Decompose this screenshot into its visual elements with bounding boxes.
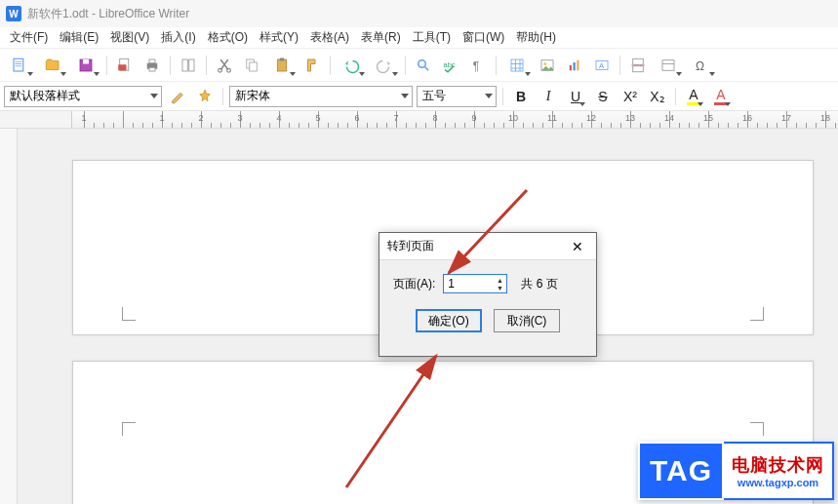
watermark-cn-text: 电脑技术网 xyxy=(732,453,824,477)
formatting-toolbar: 默认段落样式 新宋体 五号 B I U S X² X₂ A A xyxy=(0,82,838,111)
ruler-number: 9 xyxy=(471,113,476,123)
font-size-value: 五号 xyxy=(422,88,446,104)
ruler-number: 13 xyxy=(625,113,635,123)
menu-tools[interactable]: 工具(T) xyxy=(407,27,457,48)
spellcheck-button[interactable]: abc xyxy=(438,53,463,78)
chevron-down-icon xyxy=(485,94,493,98)
standard-toolbar: abc ¶ A Ω xyxy=(0,49,838,82)
insert-special-char-button[interactable]: Ω xyxy=(686,53,717,78)
save-button[interactable] xyxy=(70,53,101,78)
ruler-number: 10 xyxy=(508,113,518,123)
menu-window[interactable]: 窗口(W) xyxy=(457,27,510,48)
print-button[interactable] xyxy=(140,53,165,78)
italic-button[interactable]: I xyxy=(537,85,560,108)
find-replace-button[interactable] xyxy=(411,53,436,78)
ruler-number: 7 xyxy=(393,113,398,123)
paste-button[interactable] xyxy=(266,53,298,78)
menu-styles[interactable]: 样式(Y) xyxy=(254,27,304,48)
new-document-button[interactable] xyxy=(4,53,35,78)
ruler-number: 15 xyxy=(703,113,713,123)
watermark-tag: TAG xyxy=(638,442,724,500)
menu-help[interactable]: 帮助(H) xyxy=(510,27,562,48)
app-document-icon: W xyxy=(6,6,21,21)
ruler-number: 6 xyxy=(354,113,359,123)
font-name-combo[interactable]: 新宋体 xyxy=(229,86,413,107)
paragraph-style-combo[interactable]: 默认段落样式 xyxy=(4,86,162,107)
open-button[interactable] xyxy=(37,53,68,78)
svg-rect-13 xyxy=(250,62,258,71)
menu-edit[interactable]: 编辑(E) xyxy=(54,27,104,48)
svg-rect-14 xyxy=(278,59,287,71)
svg-rect-8 xyxy=(182,59,187,71)
svg-text:¶: ¶ xyxy=(473,58,479,72)
toolbar-separator xyxy=(170,56,171,75)
title-bar: W 新软件1.odt - LibreOffice Writer xyxy=(0,0,838,27)
undo-button[interactable] xyxy=(336,53,367,78)
svg-rect-24 xyxy=(577,59,579,70)
update-style-button[interactable] xyxy=(166,85,189,108)
close-icon: ✕ xyxy=(572,239,583,254)
font-color-button[interactable]: A xyxy=(709,85,733,108)
insert-page-break-button[interactable] xyxy=(625,53,651,78)
svg-rect-2 xyxy=(83,59,89,64)
copy-button[interactable] xyxy=(239,53,264,78)
dialog-close-button[interactable]: ✕ xyxy=(567,236,588,257)
ruler-number: 4 xyxy=(276,113,281,123)
dialog-page-row: 页面(A): 1 ▲ ▼ 共 6 页 xyxy=(393,274,582,293)
cut-button[interactable] xyxy=(212,53,237,78)
spinner-down-button[interactable]: ▼ xyxy=(495,284,504,291)
vertical-ruler[interactable] xyxy=(0,129,18,504)
insert-table-button[interactable] xyxy=(501,53,533,78)
insert-image-button[interactable] xyxy=(535,53,560,78)
page-margin-marker-icon xyxy=(750,422,764,436)
watermark-url: www.tagxp.com xyxy=(738,477,818,488)
clone-formatting-button[interactable] xyxy=(299,53,325,78)
menu-format[interactable]: 格式(O) xyxy=(202,27,254,48)
ruler-number: 1 xyxy=(81,113,86,123)
menu-bar: 文件(F) 编辑(E) 视图(V) 插入(I) 格式(O) 样式(Y) 表格(A… xyxy=(0,27,838,49)
menu-table[interactable]: 表格(A) xyxy=(304,27,355,48)
svg-point-11 xyxy=(227,68,231,72)
superscript-button[interactable]: X² xyxy=(619,85,642,108)
page-number-spinner[interactable]: 1 ▲ ▼ xyxy=(443,274,507,293)
menu-file[interactable]: 文件(F) xyxy=(4,27,54,48)
insert-textbox-button[interactable]: A xyxy=(589,53,615,78)
ok-button[interactable]: 确定(O) xyxy=(416,309,482,332)
svg-rect-0 xyxy=(14,58,23,71)
dialog-titlebar: 转到页面 ✕ xyxy=(379,233,596,260)
svg-rect-22 xyxy=(570,65,572,70)
dialog-title: 转到页面 xyxy=(387,238,434,254)
export-pdf-button[interactable] xyxy=(112,53,138,78)
cancel-button[interactable]: 取消(C) xyxy=(494,309,560,332)
menu-form[interactable]: 表单(R) xyxy=(355,27,407,48)
paragraph-style-value: 默认段落样式 xyxy=(10,88,80,104)
horizontal-ruler-row: 1123456789101112131415161718 xyxy=(0,111,838,129)
highlight-color-button[interactable]: A xyxy=(682,85,705,108)
underline-button[interactable]: U xyxy=(564,85,587,108)
toolbar-separator xyxy=(675,88,676,105)
redo-button[interactable] xyxy=(369,53,400,78)
spinner-buttons: ▲ ▼ xyxy=(495,276,504,291)
insert-chart-button[interactable] xyxy=(562,53,587,78)
new-style-button[interactable] xyxy=(193,85,217,108)
page-total-label: 共 6 页 xyxy=(521,276,557,292)
bold-button[interactable]: B xyxy=(509,85,533,108)
menu-view[interactable]: 视图(V) xyxy=(104,27,155,48)
toolbar-separator xyxy=(496,56,497,75)
font-size-combo[interactable]: 五号 xyxy=(417,86,497,107)
spinner-up-button[interactable]: ▲ xyxy=(495,276,504,284)
subscript-button[interactable]: X₂ xyxy=(646,85,669,108)
chevron-down-icon xyxy=(401,94,409,98)
ruler-number: 2 xyxy=(198,113,203,123)
strikethrough-button[interactable]: S xyxy=(591,85,615,108)
ruler-number: 16 xyxy=(742,113,752,123)
toolbar-separator xyxy=(222,88,223,105)
toggle-preview-button[interactable] xyxy=(176,53,201,78)
window-title: 新软件1.odt - LibreOffice Writer xyxy=(27,6,189,22)
insert-field-button[interactable] xyxy=(653,53,684,78)
horizontal-ruler[interactable]: 1123456789101112131415161718 xyxy=(72,111,838,128)
menu-insert[interactable]: 插入(I) xyxy=(155,27,201,48)
svg-rect-28 xyxy=(633,65,644,71)
formatting-marks-button[interactable]: ¶ xyxy=(465,53,491,78)
page-field-label: 页面(A): xyxy=(393,276,435,292)
